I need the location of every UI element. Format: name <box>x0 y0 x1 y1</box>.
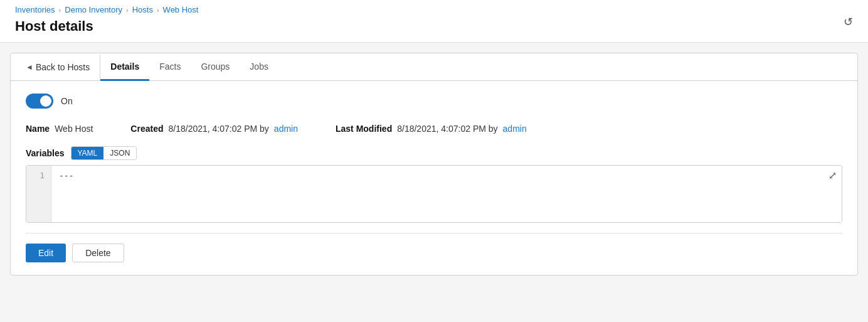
back-arrow-icon: ◄ <box>26 63 33 72</box>
content-card: ◄ Back to Hosts Details Facts Groups Job… <box>10 53 858 276</box>
history-icon-button[interactable]: ↺ <box>844 15 853 29</box>
page-header: Inventories › Demo Inventory › Hosts › W… <box>0 0 868 43</box>
code-editor-wrapper: 1 --- ⤢ <box>26 165 842 223</box>
breadcrumb-sep-1: › <box>59 6 61 14</box>
delete-button[interactable]: Delete <box>72 244 124 262</box>
last-modified-field: Last Modified 8/18/2021, 4:07:02 PM by a… <box>336 124 527 134</box>
page-title: Host details <box>15 18 853 35</box>
created-value: 8/18/2021, 4:07:02 PM by <box>169 124 269 134</box>
name-value: Web Host <box>55 124 93 134</box>
edit-button[interactable]: Edit <box>26 244 66 262</box>
expand-icon-button[interactable]: ⤢ <box>828 169 837 181</box>
breadcrumb-web-host: Web Host <box>163 5 199 14</box>
toggle-state-label: On <box>61 96 73 106</box>
back-to-hosts-label: Back to Hosts <box>36 62 90 72</box>
tabs-bar: ◄ Back to Hosts Details Facts Groups Job… <box>11 53 857 81</box>
line-number-1: 1 <box>33 171 45 180</box>
breadcrumb: Inventories › Demo Inventory › Hosts › W… <box>15 5 853 14</box>
breadcrumb-demo-inventory[interactable]: Demo Inventory <box>65 5 122 14</box>
breadcrumb-sep-2: › <box>126 6 129 14</box>
created-by-link[interactable]: admin <box>274 124 298 134</box>
variables-format-toggle: YAML JSON <box>71 146 137 160</box>
tab-facts[interactable]: Facts <box>149 54 191 81</box>
tab-groups[interactable]: Groups <box>191 54 240 81</box>
back-to-hosts-link[interactable]: ◄ Back to Hosts <box>16 55 100 80</box>
page-wrapper: Inventories › Demo Inventory › Hosts › W… <box>0 0 868 276</box>
breadcrumb-hosts[interactable]: Hosts <box>132 5 153 14</box>
name-label: Name <box>26 124 50 134</box>
line-numbers: 1 <box>26 166 51 222</box>
toggle-row: On <box>26 94 842 109</box>
last-modified-label: Last Modified <box>336 124 392 134</box>
toggle-slider <box>26 94 53 109</box>
code-content[interactable]: --- <box>51 166 842 222</box>
last-modified-by-link[interactable]: admin <box>503 124 527 134</box>
action-buttons: Edit Delete <box>26 233 842 262</box>
tab-jobs[interactable]: Jobs <box>240 54 278 81</box>
details-body: On Name Web Host Created 8/18/2021, 4:07… <box>11 81 857 275</box>
json-button[interactable]: JSON <box>103 147 136 159</box>
enabled-toggle[interactable] <box>26 94 53 109</box>
name-field: Name Web Host <box>26 124 93 134</box>
created-label: Created <box>130 124 163 134</box>
tab-details[interactable]: Details <box>100 54 149 81</box>
created-field: Created 8/18/2021, 4:07:02 PM by admin <box>130 124 298 134</box>
fields-row: Name Web Host Created 8/18/2021, 4:07:02… <box>26 124 842 134</box>
breadcrumb-sep-3: › <box>157 6 159 14</box>
breadcrumb-inventories[interactable]: Inventories <box>15 5 55 14</box>
variables-label: Variables <box>26 148 65 158</box>
yaml-button[interactable]: YAML <box>71 147 104 159</box>
variables-row: Variables YAML JSON <box>26 146 842 160</box>
code-editor[interactable]: 1 --- <box>26 166 842 222</box>
last-modified-value: 8/18/2021, 4:07:02 PM by <box>397 124 497 134</box>
